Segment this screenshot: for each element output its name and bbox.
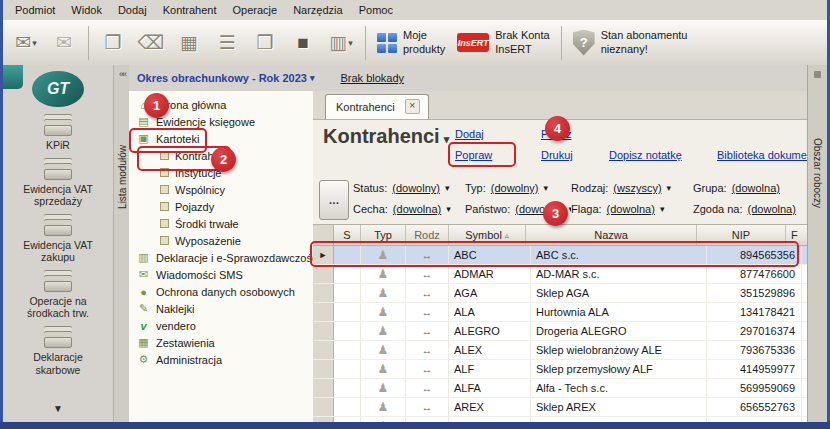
module-rail: GT KPiR Ewidencja VAT sprzedaży Ewidencj… xyxy=(3,65,113,422)
account-label: Brak Konta InsERT xyxy=(495,29,549,55)
header-nip[interactable]: NIP xyxy=(697,225,786,245)
filter-label: Rodzaj: xyxy=(571,182,608,194)
tree-item-vendero[interactable]: v vendero xyxy=(129,317,313,334)
filter-label: Państwo: xyxy=(465,203,510,215)
table-row[interactable]: ♟ ↔ AREX Sklep AREX 656552763 xyxy=(313,398,808,417)
header-s[interactable]: S xyxy=(334,225,361,245)
table-row[interactable]: ► ♟ ↔ ABC ABC s.c. 894565356 xyxy=(313,246,808,265)
archive-button[interactable]: ▥▾ xyxy=(322,24,360,62)
module-label: Operacje na środkach trw. xyxy=(27,295,89,319)
header-typ[interactable]: Typ xyxy=(361,225,406,245)
table-row[interactable]: ♟ ↔ ADMAR AD-MAR s.c. 877476600 xyxy=(313,265,808,284)
cell-nazwa: Drogeria ALEGRO xyxy=(531,322,707,340)
filter-typ[interactable]: Typ: (dowolny) ▾ xyxy=(465,182,571,194)
workspace-tab[interactable]: Obszar roboczy xyxy=(807,65,827,422)
accounting-period-selector[interactable]: Okres obrachunkowy - Rok 2023 ▾ xyxy=(137,72,314,84)
close-icon[interactable]: × xyxy=(405,99,420,114)
subscription-status-button[interactable]: ? Stan abonamentu nieznany! xyxy=(567,29,694,55)
contractor-type-icon: ♟ xyxy=(361,246,406,264)
add-note-link[interactable]: Dopisz notatkę xyxy=(609,149,682,161)
erase-button[interactable]: ⌫ xyxy=(132,24,170,62)
page-title[interactable]: Kontrahenci ▾ xyxy=(323,125,449,148)
document-library-link[interactable]: Biblioteka dokumentów xyxy=(717,149,808,161)
my-products-button[interactable]: Moje produkty xyxy=(371,29,451,55)
filter-label: Grupa: xyxy=(693,182,727,194)
menu-operacje[interactable]: Operacje xyxy=(225,2,286,18)
table-row[interactable]: ♟ ↔ ALA Hurtownia ALA 134178421 xyxy=(313,303,808,322)
insert-account-button[interactable]: InsERT Brak Konta InsERT xyxy=(451,29,555,55)
show-link[interactable]: Pokaż xyxy=(541,128,572,140)
cell-nazwa: Sklep AGA xyxy=(531,284,707,302)
print-link[interactable]: Drukuj xyxy=(541,149,573,161)
tree-item-strona-glowna[interactable]: ⌂ Strona główna xyxy=(129,96,313,113)
tree-item-wspolnicy[interactable]: Wspólnicy xyxy=(129,181,313,198)
send-button[interactable]: ✉ xyxy=(45,24,83,62)
collapse-icon[interactable]: «« xyxy=(119,69,125,79)
header-symbol[interactable]: Symbol▵ xyxy=(449,225,526,245)
navigation-tree: ⌂ Strona główna ▤ Ewidencje księgowe ▣ K… xyxy=(129,91,314,422)
tree-label: Ewidencje księgowe xyxy=(156,116,255,128)
filter-value: (wszyscy) xyxy=(613,182,661,194)
menu-widok[interactable]: Widok xyxy=(63,2,110,18)
menu-kontrahent[interactable]: Kontrahent xyxy=(155,2,225,18)
tree-item-pojazdy[interactable]: Pojazdy xyxy=(129,198,313,215)
module-kpir[interactable]: KPiR xyxy=(5,112,111,151)
tab-kontrahenci[interactable]: Kontrahenci × xyxy=(325,94,429,119)
tree-item-srodki-trwale[interactable]: Środki trwałe xyxy=(129,215,313,232)
table-row[interactable]: ♟ ↔ ALFA Alfa - Tech s.c. 569959069 xyxy=(313,379,808,398)
filter-zgoda[interactable]: Zgoda na: (dowolna) xyxy=(693,203,808,215)
tree-item-zestawienia[interactable]: ▦ Zestawienia xyxy=(129,334,313,351)
ledger-stack-icon xyxy=(44,125,72,136)
filter-panstwo[interactable]: Państwo: (dowolne) ▾ xyxy=(465,203,571,215)
filter-rodzaj[interactable]: Rodzaj: (wszyscy) ▾ xyxy=(571,182,693,194)
table-row[interactable]: ♟ ↔ ALF Sklep przemysłowy ALF 414959977 xyxy=(313,360,808,379)
table-row[interactable]: ♟ ↔ AGA Sklep AGA 351529896 xyxy=(313,284,808,303)
copy-button[interactable]: ❐ xyxy=(94,24,132,62)
tree-item-deklaracje[interactable]: ▥ Deklaracje i e-Sprawozdawczość xyxy=(129,249,313,266)
filter-flaga[interactable]: Flaga: (dowolna) ▾ xyxy=(571,203,693,215)
mail-button[interactable]: ✉▾ xyxy=(7,24,45,62)
tree-item-ewidencje-ksiegowe[interactable]: ▤ Ewidencje księgowe xyxy=(129,113,313,130)
filter-label: Typ: xyxy=(465,182,486,194)
filter-status[interactable]: Status: (dowolny) ▾ xyxy=(353,182,465,194)
add-link[interactable]: Dodaj xyxy=(455,128,484,140)
menu-podmiot[interactable]: Podmiot xyxy=(7,2,63,18)
filter-cecha[interactable]: Cecha: (dowolna) ▾ xyxy=(353,203,465,215)
cell-nip: 297016374 xyxy=(707,322,802,340)
menu-narzedzia[interactable]: Narzędzia xyxy=(285,2,351,18)
module-deklaracje[interactable]: Deklaracje skarbowe xyxy=(5,324,111,375)
tree-item-naklejki[interactable]: ✎ Naklejki xyxy=(129,300,313,317)
tree-label: Naklejki xyxy=(156,303,195,315)
table-row[interactable]: ♟ ↔ ALEX Sklep wielobranżowy ALE 7936753… xyxy=(313,341,808,360)
box-button[interactable]: ❒ xyxy=(246,24,284,62)
calculator-button[interactable]: ▦ xyxy=(170,24,208,62)
contractor-type-icon: ♟ xyxy=(361,379,406,397)
edit-link[interactable]: Popraw xyxy=(455,149,492,161)
filter-label: Status: xyxy=(353,182,387,194)
menu-pomoc[interactable]: Pomoc xyxy=(351,2,401,18)
payments-button[interactable]: ☰ xyxy=(208,24,246,62)
menu-dodaj[interactable]: Dodaj xyxy=(110,2,155,18)
tree-item-administracja[interactable]: ⚙ Administracja xyxy=(129,351,313,368)
tree-item-wiadomosci-sms[interactable]: ✉ Wiadomości SMS xyxy=(129,266,313,283)
header-rodz[interactable]: Rodz xyxy=(406,225,449,245)
warehouse-button[interactable]: ■ xyxy=(284,24,322,62)
module-srodki-trwale[interactable]: Operacje na środkach trw. xyxy=(5,268,111,319)
more-filters-button[interactable]: … xyxy=(319,180,349,220)
tree-item-wyposazenie[interactable]: Wyposażenie xyxy=(129,232,313,249)
lock-status-link[interactable]: Brak blokady xyxy=(340,72,404,84)
tree-item-ochrona-danych[interactable]: ● Ochrona danych osobowych xyxy=(129,283,313,300)
rail-expand-button[interactable]: ▼ xyxy=(53,403,63,414)
tree-item-instytucje[interactable]: Instytucje xyxy=(129,164,313,181)
module-vat-zakupu[interactable]: Ewidencja VAT zakupu xyxy=(5,212,111,263)
header-f[interactable]: F xyxy=(786,225,808,245)
tree-item-kontrahenci[interactable]: Kontrahenci xyxy=(129,147,313,164)
tab-strip: Kontrahenci × xyxy=(313,91,808,120)
filter-grupa[interactable]: Grupa: (dowolna) xyxy=(693,182,808,194)
table-row[interactable]: ♟ ↔ ALEGRO Drogeria ALEGRO 297016374 xyxy=(313,322,808,341)
toolbar-separator xyxy=(561,26,562,60)
menu-bar: Podmiot Widok Dodaj Kontrahent Operacje … xyxy=(3,0,827,21)
module-vat-sprzedazy[interactable]: Ewidencja VAT sprzedaży xyxy=(5,156,111,207)
tree-item-kartoteki[interactable]: ▣ Kartoteki xyxy=(129,130,313,147)
header-nazwa[interactable]: Nazwa xyxy=(526,225,697,245)
